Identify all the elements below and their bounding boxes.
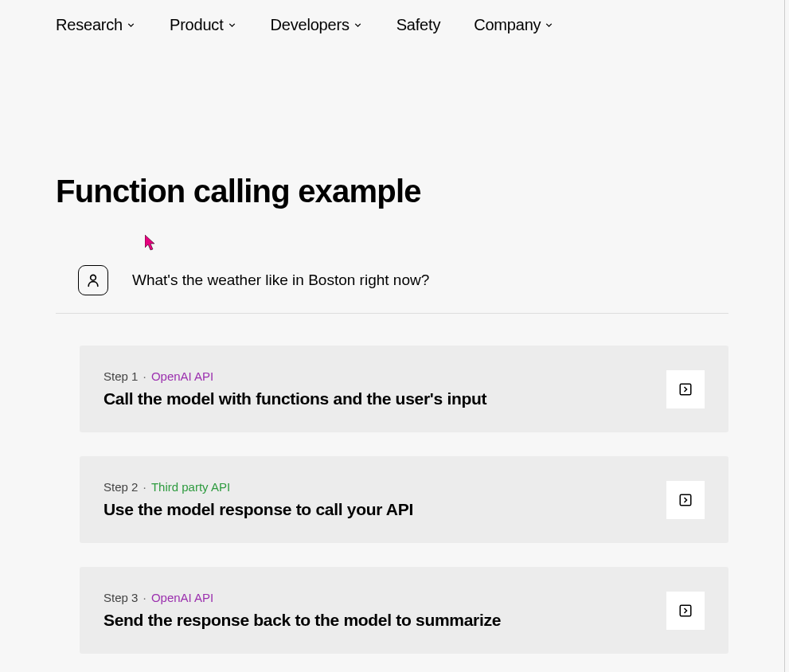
step-title: Use the model response to call your API bbox=[104, 500, 413, 519]
step-number: Step 3 bbox=[104, 591, 138, 604]
step-meta: Step 1 · OpenAI API bbox=[104, 369, 486, 383]
expand-button[interactable] bbox=[666, 592, 705, 630]
step-number: Step 2 bbox=[104, 480, 138, 494]
expand-button[interactable] bbox=[666, 370, 705, 408]
nav-label: Company bbox=[474, 16, 541, 34]
step-api-label: OpenAI API bbox=[151, 369, 213, 383]
step-card-2: Step 2 · Third party API Use the model r… bbox=[80, 456, 728, 543]
nav-item-company[interactable]: Company bbox=[474, 16, 554, 34]
chevron-down-icon bbox=[126, 20, 136, 30]
step-api-label: OpenAI API bbox=[151, 591, 213, 604]
chevron-down-icon bbox=[353, 20, 363, 30]
svg-rect-2 bbox=[680, 494, 691, 506]
chevron-down-icon bbox=[544, 20, 554, 30]
separator-dot: · bbox=[143, 480, 146, 494]
expand-button[interactable] bbox=[666, 481, 705, 519]
step-number: Step 1 bbox=[104, 369, 138, 383]
page-title: Function calling example bbox=[56, 174, 728, 209]
nav-label: Product bbox=[170, 16, 224, 34]
separator-dot: · bbox=[143, 369, 146, 383]
step-body: Step 2 · Third party API Use the model r… bbox=[104, 480, 413, 519]
code-expand-icon bbox=[678, 382, 693, 397]
svg-point-0 bbox=[91, 275, 96, 280]
step-meta: Step 2 · Third party API bbox=[104, 480, 413, 494]
code-expand-icon bbox=[678, 493, 693, 507]
user-message-text: What's the weather like in Boston right … bbox=[132, 272, 429, 289]
step-body: Step 3 · OpenAI API Send the response ba… bbox=[104, 591, 501, 630]
divider bbox=[56, 313, 728, 314]
nav-label: Safety bbox=[396, 16, 441, 34]
step-meta: Step 3 · OpenAI API bbox=[104, 591, 501, 604]
user-icon bbox=[78, 265, 108, 295]
nav-label: Developers bbox=[271, 16, 350, 34]
step-title: Call the model with functions and the us… bbox=[104, 389, 486, 408]
steps-container: Step 1 · OpenAI API Call the model with … bbox=[56, 346, 728, 654]
top-nav: Research Product Developers Safety Compa… bbox=[0, 0, 784, 50]
code-expand-icon bbox=[678, 604, 693, 618]
nav-item-developers[interactable]: Developers bbox=[271, 16, 363, 34]
separator-dot: · bbox=[143, 591, 146, 604]
nav-item-safety[interactable]: Safety bbox=[396, 16, 441, 34]
svg-rect-1 bbox=[680, 384, 691, 395]
chevron-down-icon bbox=[227, 20, 237, 30]
user-message-row: What's the weather like in Boston right … bbox=[56, 257, 728, 313]
step-card-3: Step 3 · OpenAI API Send the response ba… bbox=[80, 567, 728, 654]
step-api-label: Third party API bbox=[151, 480, 230, 494]
step-card-1: Step 1 · OpenAI API Call the model with … bbox=[80, 346, 728, 432]
svg-rect-3 bbox=[680, 605, 691, 616]
nav-label: Research bbox=[56, 16, 123, 34]
step-body: Step 1 · OpenAI API Call the model with … bbox=[104, 369, 486, 408]
nav-item-product[interactable]: Product bbox=[170, 16, 237, 34]
nav-item-research[interactable]: Research bbox=[56, 16, 136, 34]
step-title: Send the response back to the model to s… bbox=[104, 611, 501, 630]
